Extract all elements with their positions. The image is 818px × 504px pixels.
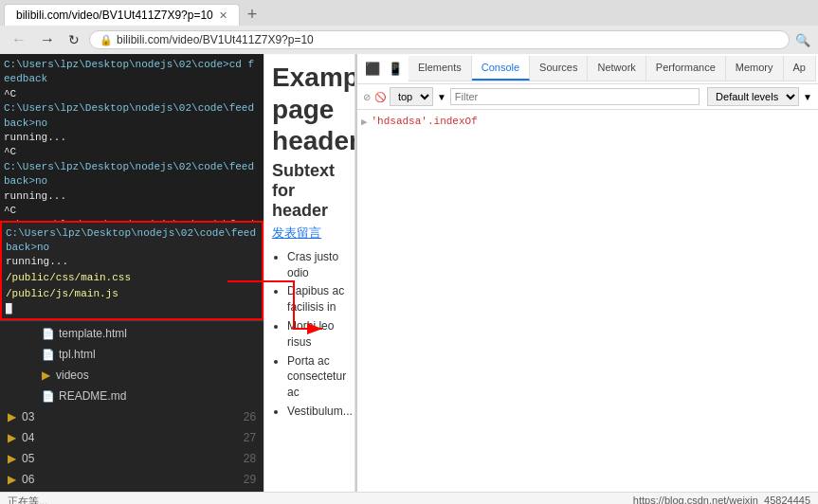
terminal-prompt: C:\Users\lpz\Desktop\nodejs\02\code\feed… [6,226,258,256]
line-num: 28 [244,450,256,467]
list-item: Morbi leo risus [287,318,347,351]
toolbar-ban: 🚫 [374,92,386,102]
devtools-inspect-btn[interactable]: ⬛ [363,60,382,78]
tab-title: bilibili.com/video/BV1Ut411Z7X9?p=10 [16,9,213,22]
tree-item-06[interactable]: ▶ 06 29 [0,469,264,490]
tab-performance[interactable]: Performance [646,56,726,81]
devtools-tabs: Elements Console Sources Network Perform… [409,56,816,81]
line-num: 26 [244,408,256,425]
folder-icon: ▶ [8,408,16,425]
folder-name: 03 [22,408,34,425]
devtools-header-icons: ⬛ 📱 [359,58,409,80]
tab-sources[interactable]: Sources [530,56,588,81]
folder-name: videos [56,367,89,384]
status-right: https://blog.csdn.net/weixin_45824445 [633,495,810,504]
main-row: C:\Users\lpz\Desktop\nodejs\02\code>cd f… [0,54,818,492]
file-name: README.md [59,387,126,405]
devtools-content[interactable]: ▶ 'hdsadsa'.indexOf [357,110,818,492]
toolbar-circle: ⊘ [363,92,371,102]
address-text: bilibili.com/video/BV1Ut411Z7X9?p=10 [117,33,779,46]
level-dropdown-icon: ▼ [803,92,812,102]
folder-icon: ▶ [8,429,16,446]
console-error-text: 'hdsadsa'.indexOf [372,116,478,127]
file-name: template.html [59,325,127,342]
expand-arrow[interactable]: ▶ [361,116,368,128]
search-icon[interactable]: 🔍 [795,33,810,47]
new-tab-btn[interactable]: + [247,5,258,25]
list-item: Dapibus ac facilisis in [287,283,347,315]
file-name: tpl.html [59,346,96,363]
terminal-line: C:\Users\lpz\Desktop\nodejs\02\code>cd f… [4,58,260,87]
file-list-area: C:\Users\lpz\Desktop\nodejs\02\code\feed… [0,221,264,320]
tab-memory[interactable]: Memory [726,56,784,81]
devtools-device-btn[interactable]: 📱 [386,60,405,78]
tab-elements[interactable]: Elements [409,56,472,81]
refresh-btn[interactable]: ↻ [64,30,83,49]
file-icon: 📄 [42,388,55,405]
status-left: 正在等... [8,495,47,504]
tree-item-template[interactable]: 📄 template.html [0,323,264,344]
tab-bar: bilibili.com/video/BV1Ut411Z7X9?p=10 ✕ + [0,0,818,26]
page-header-title: Example page header [272,62,347,157]
console-entry: ▶ 'hdsadsa'.indexOf [361,114,814,130]
folder-name: 06 [22,471,34,488]
console-filter-input[interactable] [450,88,700,105]
terminal-line: ^C [4,87,260,101]
devtools-toolbar: ⊘ 🚫 top ▼ Default levels ▼ [357,84,818,110]
tree-item-05[interactable]: ▶ 05 28 [0,448,264,469]
webpage-preview: Example page header Subtextforheader 发表留… [264,54,355,492]
active-tab[interactable]: bilibili.com/video/BV1Ut411Z7X9?p=10 ✕ [4,4,240,26]
tree-item-videos[interactable]: ▶ videos [0,365,264,386]
folder-icon: ▶ [8,471,16,488]
tab-ap[interactable]: Ap [784,56,816,81]
terminal-line: ^C [4,145,260,159]
devtools-header: ⬛ 📱 Elements Console Sources Network Per… [357,54,818,84]
file-icon: 📄 [42,326,55,342]
line-num: 29 [244,471,256,488]
file-icon: 📄 [42,347,55,363]
terminal-area[interactable]: C:\Users\lpz\Desktop\nodejs\02\code>cd f… [0,54,264,221]
terminal-line: C:\Users\lpz\Desktop\nodejs\02\code\feed… [4,101,260,131]
tab-console[interactable]: Console [472,56,530,81]
page-subtitle: Subtextforheader [272,161,347,221]
folder-icon: ▶ [8,450,16,467]
context-selector[interactable]: top [390,87,433,106]
browser-window: bilibili.com/video/BV1Ut411Z7X9?p=10 ✕ +… [0,0,818,54]
devtools-panel: ⬛ 📱 Elements Console Sources Network Per… [355,54,818,492]
back-btn[interactable]: ← [8,29,30,50]
line-num: 27 [244,429,256,446]
status-bar: 正在等... https://blog.csdn.net/weixin_4582… [0,492,818,504]
terminal-line: ^C [4,204,260,218]
tree-item-04[interactable]: ▶ 04 27 [0,427,264,448]
terminal-line: C:\Users\lpz\Desktop\nodejs\02\code\feed… [4,160,260,189]
tree-item-readme[interactable]: 📄 README.md [0,386,264,406]
page-link[interactable]: 发表留言 [272,225,347,242]
folder-name: 05 [22,450,34,467]
forward-btn[interactable]: → [36,29,59,50]
terminal-cursor: █ [6,303,258,315]
address-bar[interactable]: 🔒 bilibili.com/video/BV1Ut411Z7X9?p=10 [89,30,790,49]
tab-network[interactable]: Network [588,56,645,81]
list-item: Porta ac consectetur ac [287,353,347,401]
tab-close-btn[interactable]: ✕ [219,9,227,22]
left-panel: C:\Users\lpz\Desktop\nodejs\02\code>cd f… [0,54,264,492]
terminal-line: running... [4,189,260,204]
folder-icon: ▶ [42,367,50,384]
folder-name: 04 [22,429,34,446]
dropdown-icon: ▼ [437,92,446,102]
terminal-line: running... [4,131,260,145]
file-item-css: /public/css/main.css [6,270,258,287]
nav-bar: ← → ↻ 🔒 bilibili.com/video/BV1Ut411Z7X9?… [0,26,818,54]
page-list: Cras justo odio Dapibus ac facilisis in … [272,249,347,420]
terminal-line: running... [6,255,258,269]
lock-icon: 🔒 [100,34,113,46]
file-tree: 📄 template.html 📄 tpl.html ▶ videos 📄 RE… [0,320,264,492]
file-item-js: /public/js/main.js [6,286,258,303]
log-level-select[interactable]: Default levels [707,87,799,106]
tree-item-03[interactable]: ▶ 03 26 [0,406,264,427]
list-item: Cras justo odio [287,249,347,281]
tree-item-tpl[interactable]: 📄 tpl.html [0,344,264,365]
list-item: Vestibulum... [287,404,347,420]
